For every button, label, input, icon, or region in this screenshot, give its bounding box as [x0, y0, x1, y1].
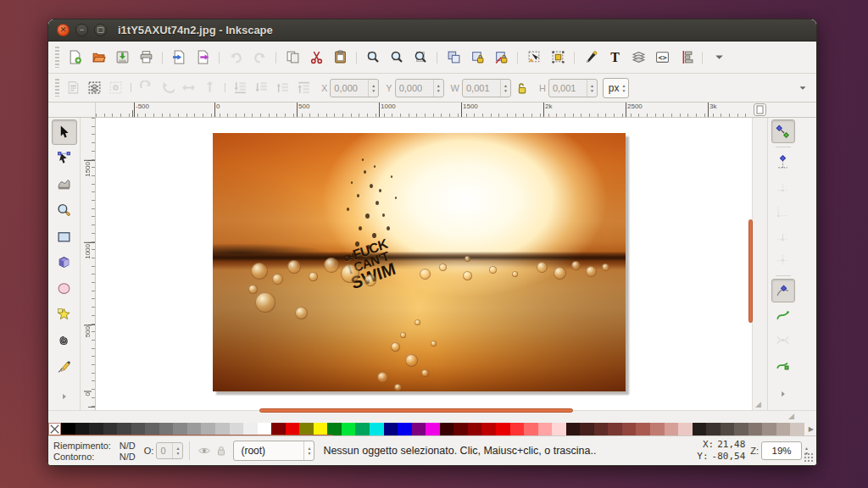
snap-enable-button[interactable] [771, 119, 795, 143]
palette-swatch-46[interactable] [706, 423, 721, 435]
unlink-clone-button[interactable] [490, 47, 512, 69]
rotate-ccw-button[interactable] [136, 78, 156, 97]
palette-swatch-47[interactable] [721, 423, 735, 435]
snapbar-expander-button[interactable] [771, 382, 795, 406]
snap-intersections-button[interactable] [771, 328, 795, 352]
palette-swatch-36[interactable] [566, 423, 581, 435]
layer-lock-icon[interactable] [214, 444, 228, 458]
raise-button[interactable] [273, 78, 292, 97]
window-resize-grip[interactable] [804, 452, 815, 463]
palette-swatch-22[interactable] [370, 423, 384, 435]
new-document-button[interactable] [64, 47, 86, 69]
palette-swatch-25[interactable] [412, 423, 426, 435]
palette-swatch-2[interactable] [89, 423, 103, 435]
select-all-layers-button[interactable] [85, 78, 104, 97]
opacity-field[interactable]: ▲▼ [156, 442, 183, 459]
lower-button[interactable] [252, 78, 271, 97]
palette-swatch-39[interactable] [608, 423, 622, 435]
vertical-ruler[interactable]: 150010005000 [81, 118, 96, 410]
horizontal-scrollbar-thumb[interactable] [259, 408, 573, 413]
scroll-right-arrow-icon[interactable]: ◢ [788, 412, 794, 420]
fill-stroke-indicator[interactable]: Riempimento: N/D Contorno: N/D [53, 441, 136, 462]
star-tool-button[interactable] [52, 302, 77, 328]
palette-swatch-38[interactable] [594, 423, 609, 435]
palette-swatch-7[interactable] [159, 423, 174, 435]
spiral-tool-button[interactable] [52, 329, 77, 354]
palette-swatch-42[interactable] [650, 423, 665, 435]
palette-swatch-12[interactable] [230, 423, 244, 435]
palette-swatch-44[interactable] [678, 423, 693, 435]
tweak-tool-button[interactable] [52, 172, 77, 197]
palette-swatch-37[interactable] [580, 423, 594, 435]
palette-swatch-49[interactable] [748, 423, 763, 435]
x-field[interactable]: ▲▼ [330, 79, 379, 97]
palette-swatch-13[interactable] [243, 423, 258, 435]
vertical-scrollbar[interactable]: ◢ [752, 118, 767, 410]
ellipse-tool-button[interactable] [52, 276, 77, 302]
palette-swatch-17[interactable] [299, 423, 314, 435]
palette-swatch-20[interactable] [342, 423, 356, 435]
toolbar-drag-handle[interactable] [55, 47, 59, 68]
palette-swatch-23[interactable] [384, 423, 398, 435]
palette-swatch-50[interactable] [762, 423, 776, 435]
palette-swatch-35[interactable] [552, 423, 566, 435]
toolbar-drag-handle[interactable] [55, 79, 59, 97]
flip-horizontal-button[interactable] [179, 78, 198, 97]
box3d-tool-button[interactable] [52, 250, 77, 275]
opacity-spinner[interactable]: ▲▼ [172, 443, 182, 458]
select-original-button[interactable] [523, 47, 545, 69]
palette-swatch-32[interactable] [510, 423, 525, 435]
palette-swatch-27[interactable] [440, 423, 454, 435]
lower-to-bottom-button[interactable] [231, 78, 250, 97]
duplicate-button[interactable] [442, 47, 465, 69]
palette-swatch-18[interactable] [314, 423, 328, 435]
palette-swatch-10[interactable] [201, 423, 215, 435]
palette-swatch-1[interactable] [75, 423, 90, 435]
select-all-button[interactable] [64, 78, 83, 97]
palette-scroll-arrow-icon[interactable]: ▶ [809, 425, 814, 433]
maximize-button[interactable]: ▢ [94, 24, 107, 36]
vertical-scrollbar-thumb[interactable] [748, 219, 753, 323]
palette-swatch-40[interactable] [622, 423, 637, 435]
palette-swatch-6[interactable] [145, 423, 159, 435]
snap-bbox-button[interactable] [771, 150, 795, 174]
close-button[interactable]: ✕ [57, 24, 70, 36]
palette-swatch-43[interactable] [665, 423, 679, 435]
palette-swatch-11[interactable] [215, 423, 230, 435]
y-field[interactable]: ▲▼ [395, 79, 444, 97]
minimize-button[interactable]: − [75, 24, 88, 36]
print-button[interactable] [135, 47, 157, 69]
raise-to-top-button[interactable] [294, 78, 314, 97]
snap-cusp-nodes-button[interactable] [771, 352, 795, 376]
lock-ratio-button[interactable] [512, 78, 531, 97]
palette-swatch-5[interactable] [131, 423, 146, 435]
titlebar[interactable]: ✕ − ▢ i1tY5AXUt74n2.jpg - Inkscape [48, 19, 816, 42]
zoom-tool-button[interactable] [52, 197, 77, 223]
zoom-page-button[interactable] [409, 47, 431, 69]
w-spinner[interactable]: ▲▼ [500, 80, 510, 97]
palette-swatch-33[interactable] [524, 423, 538, 435]
palette-swatch-4[interactable] [117, 423, 131, 435]
align-distribute-button[interactable] [675, 47, 697, 69]
open-document-button[interactable] [87, 47, 109, 69]
palette-swatch-30[interactable] [481, 423, 496, 435]
palette-swatch-19[interactable] [327, 423, 342, 435]
pencil-tool-button[interactable] [52, 354, 77, 380]
node-tool-button[interactable] [52, 146, 77, 171]
snap-paths-button[interactable] [771, 303, 795, 327]
controls-overflow-button[interactable] [793, 78, 812, 97]
layers-dialog-button[interactable] [627, 47, 649, 69]
snap-bbox-midpoints-button[interactable] [771, 224, 795, 247]
cms-toggle-button[interactable] [754, 103, 766, 116]
redo-button[interactable] [248, 47, 270, 69]
palette-swatch-9[interactable] [187, 423, 202, 435]
h-field[interactable]: ▲▼ [548, 79, 598, 97]
copy-button[interactable] [281, 47, 303, 69]
clone-button[interactable] [466, 47, 488, 69]
flip-vertical-button[interactable] [200, 78, 220, 97]
unit-select[interactable]: px▲▼ [603, 78, 630, 98]
palette-swatch-48[interactable] [734, 423, 748, 435]
text-dialog-button[interactable]: T [604, 47, 626, 69]
palette-swatch-21[interactable] [355, 423, 370, 435]
palette-swatch-3[interactable] [103, 423, 118, 435]
